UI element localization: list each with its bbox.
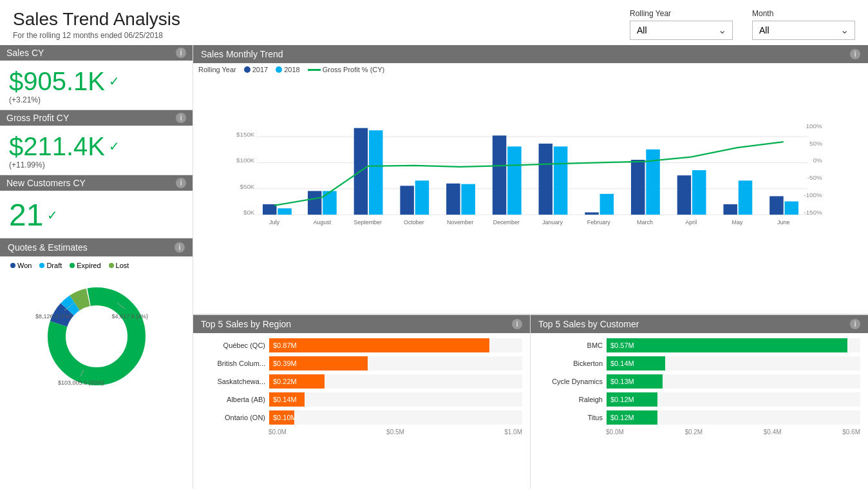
customer-bar-fill: $0.14M xyxy=(607,356,665,370)
new-customers-cy-card: New Customers CY i 21 ✓ xyxy=(0,175,193,238)
cust-axis-06: $0.6M xyxy=(842,428,860,436)
customer-bar-fill: $0.13M xyxy=(607,374,663,389)
region-bar-value: $0.39M xyxy=(273,360,297,367)
lost-label: Lost xyxy=(116,262,129,269)
svg-text:$100K: $100K xyxy=(236,157,255,164)
bar-jun-2018 xyxy=(784,202,798,215)
region-bar-label: Québec (QC) xyxy=(201,341,265,349)
bar-feb-2018 xyxy=(600,194,614,215)
line-gp xyxy=(308,69,321,71)
quotes-info-icon[interactable]: i xyxy=(175,242,185,253)
customer-bar-label: Bickerton xyxy=(538,360,603,367)
right-panel: Sales Monthly Trend i Rolling Year 2017 … xyxy=(193,45,868,488)
customer-bar-wrap: $0.57M xyxy=(607,338,860,352)
svg-text:$150K: $150K xyxy=(236,131,255,138)
svg-text:0%: 0% xyxy=(813,157,822,164)
rolling-year-text: Rolling Year xyxy=(198,66,236,73)
rolling-year-select[interactable]: All xyxy=(630,21,733,40)
label-aug: August xyxy=(313,219,331,226)
bar-dec-2017 xyxy=(493,135,507,215)
region-bar-value: $0.10M xyxy=(273,414,297,421)
region-bar-label: Ontario (ON) xyxy=(201,414,265,421)
bottom-charts: Top 5 Sales by Region i Québec (QC)$0.87… xyxy=(193,314,868,488)
draft-dot xyxy=(39,263,44,268)
label-may: May xyxy=(732,219,743,226)
label-nov: November xyxy=(447,219,473,226)
region-bar-wrap: $0.10M xyxy=(269,410,522,425)
region-bar-value: $0.22M xyxy=(273,378,297,385)
label-jun: June xyxy=(777,219,789,226)
trend-info-icon[interactable]: i xyxy=(850,49,860,59)
label-dec: December xyxy=(493,219,520,226)
bar-feb-2017 xyxy=(585,213,599,215)
bar-jun-2017 xyxy=(769,196,784,215)
region-axis: $0.0M $0.5M $1.0M xyxy=(201,428,522,436)
month-select[interactable]: All xyxy=(752,21,855,40)
region-bars-container: Québec (QC)$0.87MBritish Colum...$0.39MS… xyxy=(201,338,522,425)
new-customers-cy-header: New Customers CY i xyxy=(0,175,193,191)
page-header: Sales Trend Analysis For the rolling 12 … xyxy=(0,0,868,45)
label-sep: September xyxy=(354,219,382,226)
bar-oct-2018 xyxy=(415,180,429,215)
customer-axis: $0.0M $0.2M $0.4M $0.6M xyxy=(538,428,860,436)
svg-text:-50%: -50% xyxy=(807,174,822,181)
label-gp: Gross Profit % (CY) xyxy=(323,66,385,73)
region-info-icon[interactable]: i xyxy=(512,319,522,329)
gross-profit-cy-card: Gross Profit CY i $211.4K ✓ (+11.99%) xyxy=(0,110,193,175)
legend-lost: Lost xyxy=(109,262,129,269)
customer-bar-label: Titus xyxy=(538,414,603,421)
region-title: Top 5 Sales by Region xyxy=(201,319,291,329)
region-bar-wrap: $0.87M xyxy=(269,338,522,352)
svg-text:100%: 100% xyxy=(806,122,822,130)
trend-header: Sales Monthly Trend i xyxy=(193,45,868,63)
customer-bar-label: Raleigh xyxy=(538,396,603,403)
lost-dot xyxy=(109,263,114,268)
customer-info-icon[interactable]: i xyxy=(850,319,860,329)
gross-profit-cy-value: $211.4K xyxy=(9,132,105,160)
gross-profit-cy-label: Gross Profit CY xyxy=(6,113,69,123)
customer-bar-row: Titus$0.12M xyxy=(538,410,860,425)
bar-apr-2017 xyxy=(677,175,692,215)
expired-label: Expired xyxy=(77,262,100,269)
region-bar-row: British Colum...$0.39M xyxy=(201,356,522,370)
bar-nov-2017 xyxy=(446,184,460,215)
customer-bar-value: $0.57M xyxy=(610,341,634,349)
bar-sep-2018 xyxy=(369,130,383,215)
cust-axis-02: $0.2M xyxy=(684,428,703,436)
sales-cy-info-icon[interactable]: i xyxy=(176,48,186,58)
customer-bars-container: BMC$0.57MBickerton$0.14MCycle Dynamics$0… xyxy=(538,338,860,425)
legend-gp: Gross Profit % (CY) xyxy=(308,66,385,73)
customer-bar-fill: $0.12M xyxy=(607,410,657,425)
new-customers-cy-trend-icon: ✓ xyxy=(47,207,58,223)
region-panel: Top 5 Sales by Region i Québec (QC)$0.87… xyxy=(193,315,531,488)
new-customers-cy-info-icon[interactable]: i xyxy=(176,178,186,188)
region-chart: Québec (QC)$0.87MBritish Colum...$0.39MS… xyxy=(193,333,530,438)
svg-text:$0K: $0K xyxy=(243,209,255,216)
rolling-year-filter: Rolling Year All xyxy=(630,9,733,40)
region-bar-label: British Colum... xyxy=(201,360,265,367)
customer-bar-row: Raleigh$0.12M xyxy=(538,392,860,407)
bar-mar-2017 xyxy=(631,160,645,215)
sales-cy-header: Sales CY i xyxy=(0,45,193,61)
trend-title: Sales Monthly Trend xyxy=(201,49,283,59)
sales-cy-card: Sales CY i $905.1K ✓ (+3.21%) xyxy=(0,45,193,110)
trend-chart-svg: $0K $50K $100K $150K -150% -100% -50% 0%… xyxy=(198,76,863,244)
page-subtitle: For the rolling 12 months ended 06/25/20… xyxy=(13,31,180,40)
region-bar-value: $0.87M xyxy=(273,341,297,349)
trend-panel: Sales Monthly Trend i Rolling Year 2017 … xyxy=(193,45,868,314)
region-axis-1: $1.0M xyxy=(504,428,522,436)
label-jan: January xyxy=(542,219,563,226)
trend-legend: Rolling Year 2017 2018 Gross Profit % (C… xyxy=(193,63,868,76)
kpi-panel: Sales CY i $905.1K ✓ (+3.21%) Gross Prof… xyxy=(0,45,193,488)
month-filter: Month All xyxy=(752,9,855,40)
bar-jan-2018 xyxy=(554,146,568,215)
customer-chart: BMC$0.57MBickerton$0.14MCycle Dynamics$0… xyxy=(531,333,868,438)
expired-annotation: $4,617.9 (4%) xyxy=(111,313,148,320)
region-bar-row: Ontario (ON)$0.10M xyxy=(201,410,522,425)
label-2017: 2017 xyxy=(252,66,268,73)
bar-aug-2018 xyxy=(323,191,337,215)
customer-bar-label: Cycle Dynamics xyxy=(538,378,603,385)
region-header: Top 5 Sales by Region i xyxy=(193,315,530,333)
region-bar-row: Québec (QC)$0.87M xyxy=(201,338,522,352)
gross-profit-cy-info-icon[interactable]: i xyxy=(176,113,186,123)
